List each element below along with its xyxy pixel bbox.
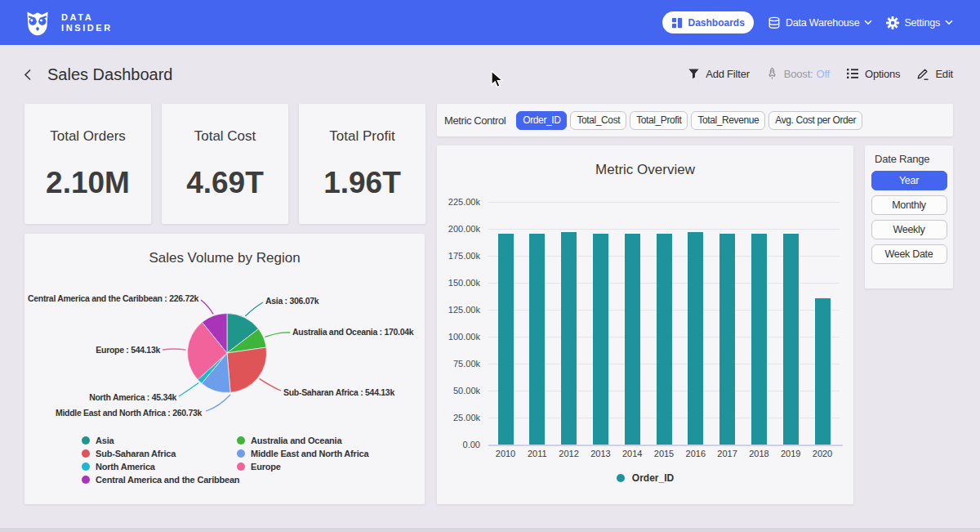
x-tick-label: 2010 (496, 449, 515, 458)
y-tick-label: 175.00k (439, 251, 480, 261)
pie-leader-line (265, 333, 291, 338)
x-tick-label: 2013 (590, 449, 610, 458)
legend-dot (617, 474, 625, 482)
pie-legend-middle-east-and-north-africa: Middle East and North Africa (237, 449, 368, 458)
x-tick-label: 2016 (686, 449, 706, 458)
legend-dot (237, 449, 245, 458)
dashboards-button[interactable]: Dashboards (662, 11, 754, 34)
filter-icon (688, 68, 700, 80)
header-actions: Add Filter Boost:Off Options Edit (688, 67, 953, 80)
y-tick-label: 0.00 (439, 440, 480, 449)
y-tick-label: 200.00k (439, 224, 480, 234)
kpi-card-total-profit: Total Profit 1.96T (299, 104, 425, 224)
boost-toggle[interactable]: Boost:Off (766, 67, 830, 80)
kpi-card-total-cost: Total Cost 4.69T (162, 104, 288, 224)
pie-leader-line (206, 395, 230, 411)
pie-label-middle-east-and-north-africa: Middle East and North Africa : 260.73k (56, 408, 202, 418)
gear-icon (886, 16, 899, 29)
date-range-year[interactable]: Year (871, 171, 947, 190)
pie-leader-line (245, 302, 263, 316)
bar-2017[interactable] (719, 234, 735, 445)
edit-button[interactable]: Edit (916, 67, 953, 80)
bar-2014[interactable] (625, 234, 640, 445)
bar-2019[interactable] (783, 234, 799, 445)
options-button[interactable]: Options (846, 68, 900, 80)
pie-leader-line (260, 378, 281, 391)
date-range-label: Date Range (875, 153, 947, 165)
y-tick-label: 125.00k (439, 305, 480, 315)
x-axis-line (488, 445, 843, 446)
pencil-icon (916, 67, 929, 80)
y-tick-label: 75.00k (439, 359, 480, 369)
back-button[interactable] (21, 67, 34, 83)
boost-value: Off (816, 68, 830, 80)
database-icon (768, 16, 781, 29)
y-tick-label: 25.00k (439, 413, 480, 422)
metric-chips: Order_IDTotal_CostTotal_ProfitTotal_Reve… (516, 111, 862, 130)
gridline (488, 229, 840, 230)
x-tick-label: 2014 (622, 449, 642, 458)
x-tick-label: 2012 (559, 449, 578, 458)
bar-2012[interactable] (561, 232, 577, 445)
pie-legend-north-america: North America (82, 462, 155, 472)
dashboards-icon (671, 17, 683, 29)
pie-leader-line (179, 383, 198, 397)
bar-2016[interactable] (688, 232, 703, 445)
settings-label: Settings (904, 17, 940, 29)
metric-chip-order-id[interactable]: Order_ID (516, 111, 567, 130)
date-range-card: Date Range YearMonthlyWeeklyWeek Date (865, 145, 953, 288)
pie-legend-australia-and-oceania: Australia and Oceania (237, 436, 341, 445)
legend-dot (237, 463, 245, 471)
kpi-card-total-orders: Total Orders 2.10M (24, 104, 151, 224)
pie-label-europe: Europe : 544.13k (96, 345, 160, 355)
chevron-down-icon (864, 20, 872, 25)
kpi-label: Total Profit (299, 128, 425, 145)
date-range-monthly[interactable]: Monthly (871, 195, 947, 215)
legend-dot (82, 436, 90, 445)
bar-chart-card: Metric Overview Order_ID 0.0025.00k50.00… (437, 145, 853, 504)
x-tick-label: 2018 (749, 449, 768, 458)
pie-label-sub-saharan-africa: Sub-Saharan Africa : 544.13k (283, 387, 394, 397)
bar-chart-title: Metric Overview (437, 162, 853, 178)
legend-label: North America (96, 462, 155, 472)
bar-2018[interactable] (751, 234, 767, 445)
owl-logo-icon (23, 8, 52, 38)
bar-2013[interactable] (593, 234, 608, 445)
metric-chip-total-profit[interactable]: Total_Profit (630, 111, 688, 130)
kpi-label: Total Orders (24, 128, 151, 145)
bar-2020[interactable] (815, 298, 831, 445)
legend-label: Sub-Saharan Africa (96, 449, 176, 458)
pie-legend-europe: Europe (237, 462, 281, 472)
chevron-left-icon (21, 67, 34, 83)
legend-label: Order_ID (632, 472, 674, 484)
metric-chip-total-cost[interactable]: Total_Cost (570, 111, 626, 130)
legend-label: Middle East and North Africa (251, 449, 368, 458)
legend-label: Europe (251, 462, 281, 472)
y-tick-label: 225.00k (439, 197, 480, 207)
pie-label-asia: Asia : 306.07k (265, 296, 318, 306)
metric-chip-total-revenue[interactable]: Total_Revenue (691, 111, 765, 130)
logo-line2: INSIDER (61, 23, 113, 34)
pie-slice-sub-saharan-africa[interactable] (227, 347, 267, 392)
kpi-value: 1.96T (299, 166, 425, 200)
add-filter-button[interactable]: Add Filter (688, 68, 750, 80)
pie-leader-line (201, 300, 213, 314)
y-tick-label: 150.00k (439, 278, 480, 288)
date-range-weekly[interactable]: Weekly (871, 220, 947, 239)
pie-chart-card: Sales Volume by Region Asia : 306.07kAus… (24, 234, 425, 504)
date-range-week-date[interactable]: Week Date (871, 244, 947, 264)
bar-2011[interactable] (529, 234, 545, 445)
bar-2015[interactable] (657, 234, 672, 445)
x-tick-label: 2020 (813, 449, 832, 458)
gridline (488, 202, 840, 203)
metric-chip-avg-cost-per-order[interactable]: Avg. Cost per Order (768, 111, 862, 130)
x-tick-label: 2011 (528, 449, 547, 458)
x-tick-label: 2015 (654, 449, 674, 458)
pie-label-north-america: North America : 45.34k (89, 392, 176, 402)
chevron-down-icon (945, 20, 953, 25)
data-warehouse-menu[interactable]: Data Warehouse (768, 16, 873, 29)
settings-menu[interactable]: Settings (886, 16, 953, 29)
pie-label-central-america-and-the-caribbean: Central America and the Caribbean : 226.… (28, 293, 198, 303)
y-tick-label: 50.00k (439, 386, 480, 396)
bar-2010[interactable] (498, 234, 514, 445)
